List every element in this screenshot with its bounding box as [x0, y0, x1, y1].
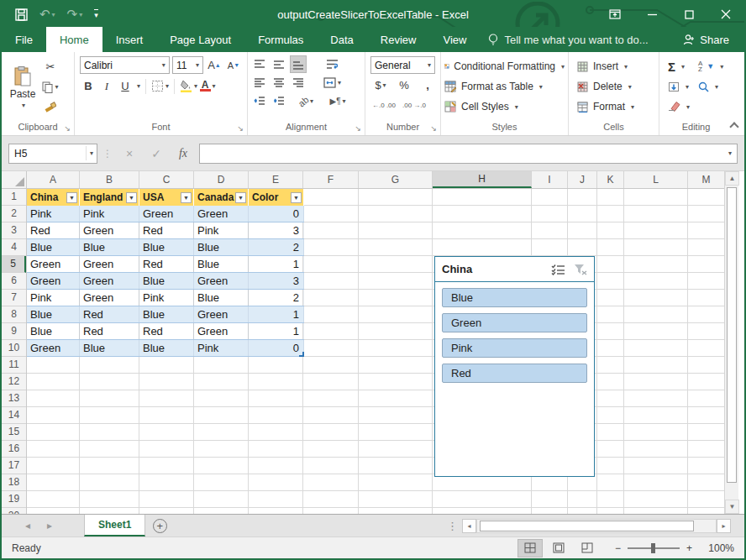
tab-scrollbar-splitter[interactable]: ⋮: [447, 515, 458, 536]
name-box-dropdown[interactable]: ▾: [86, 146, 97, 160]
comma-format-button[interactable]: ,: [419, 76, 436, 94]
center-button[interactable]: [271, 74, 287, 92]
tab-view[interactable]: View: [429, 27, 480, 52]
table-header-china[interactable]: China▼: [27, 189, 80, 206]
minimize-button[interactable]: [633, 2, 670, 27]
filter-dropdown-icon[interactable]: ▼: [126, 192, 137, 203]
row-header-18[interactable]: 18: [2, 474, 26, 491]
zoom-slider-thumb[interactable]: [651, 543, 655, 553]
page-layout-view-button[interactable]: [546, 539, 571, 557]
increase-decimal-button[interactable]: ←.0 .00: [372, 97, 396, 114]
close-button[interactable]: [707, 2, 744, 27]
font-size-combo[interactable]: 11▾: [172, 56, 203, 74]
clear-filter-icon[interactable]: [574, 264, 587, 275]
col-header-m[interactable]: M: [688, 171, 724, 188]
row-header-7[interactable]: 7: [2, 290, 26, 306]
font-dialog-launcher[interactable]: ↘: [237, 123, 244, 135]
filter-dropdown-icon[interactable]: ▼: [291, 192, 302, 203]
select-all-corner[interactable]: [2, 171, 27, 188]
decrease-decimal-button[interactable]: .00 →.0: [402, 97, 426, 114]
orientation-button[interactable]: ab▾: [297, 92, 314, 110]
copy-button[interactable]: ▾: [42, 78, 59, 96]
increase-indent-button[interactable]: [271, 92, 287, 110]
format-as-table-button[interactable]: Format as Table▾: [444, 77, 565, 96]
col-header-j[interactable]: J: [568, 171, 597, 188]
slicer-item-blue[interactable]: Blue: [442, 288, 587, 307]
tab-insert[interactable]: Insert: [102, 27, 157, 52]
merge-center-button[interactable]: ▾: [323, 74, 341, 92]
clipboard-dialog-launcher[interactable]: ↘: [64, 123, 71, 135]
currency-format-button[interactable]: $▾: [372, 76, 389, 94]
row-header-2[interactable]: 2: [2, 206, 26, 222]
col-header-g[interactable]: G: [359, 171, 433, 188]
name-box[interactable]: H5▾: [8, 144, 97, 164]
row-header-11[interactable]: 11: [2, 357, 26, 374]
row-header-1[interactable]: 1: [2, 189, 26, 206]
underline-button[interactable]: U: [117, 77, 134, 95]
maximize-button[interactable]: [670, 2, 707, 27]
tell-me-box[interactable]: Tell me what you want to do...: [480, 27, 656, 52]
row-header-5-selected[interactable]: 5: [2, 256, 26, 273]
cut-button[interactable]: ✂: [42, 58, 59, 76]
slicer-header[interactable]: China: [435, 257, 594, 282]
decrease-indent-button[interactable]: [251, 92, 268, 110]
new-sheet-button[interactable]: +: [145, 515, 174, 536]
format-cells-button[interactable]: Format▾: [577, 97, 655, 116]
wrap-text-button[interactable]: [323, 55, 340, 73]
col-header-a[interactable]: A: [27, 171, 80, 188]
row-header-16[interactable]: 16: [2, 441, 26, 458]
share-button[interactable]: Share: [668, 27, 744, 52]
row-header-4[interactable]: 4: [2, 239, 26, 256]
enter-entry-button[interactable]: ✓: [145, 147, 167, 160]
zoom-out-button[interactable]: −: [615, 542, 621, 554]
col-header-e[interactable]: E: [249, 171, 303, 188]
sort-filter-button[interactable]: AZ▼▾: [698, 57, 723, 76]
customize-qat-button[interactable]: ▾: [94, 9, 98, 19]
fill-color-button[interactable]: ▾: [180, 77, 197, 95]
vertical-scrollbar[interactable]: ▲ ▼: [724, 171, 738, 514]
table-row[interactable]: RedGreenRedPink3: [27, 222, 304, 239]
bottom-align-button[interactable]: [290, 55, 307, 73]
sheet-tab-sheet1[interactable]: Sheet1: [84, 515, 145, 536]
next-sheet-arrow[interactable]: ▸: [39, 515, 60, 536]
row-header-13[interactable]: 13: [2, 390, 26, 407]
row-header-15[interactable]: 15: [2, 424, 26, 441]
underline-dropdown[interactable]: ▾: [137, 82, 140, 90]
prev-sheet-arrow[interactable]: ◂: [17, 515, 39, 536]
tab-review[interactable]: Review: [367, 27, 430, 52]
cancel-entry-button[interactable]: ×: [118, 147, 140, 160]
delete-cells-button[interactable]: Delete▾: [577, 77, 655, 96]
scroll-down-arrow[interactable]: ▼: [725, 500, 739, 514]
paste-button[interactable]: Paste ▾: [3, 55, 42, 121]
col-header-f[interactable]: F: [303, 171, 359, 188]
redo-button[interactable]: ↷▾: [67, 7, 83, 22]
row-header-10[interactable]: 10: [2, 340, 26, 357]
filter-dropdown-icon[interactable]: ▼: [66, 192, 77, 203]
filter-dropdown-icon[interactable]: ▼: [235, 192, 246, 203]
number-dialog-launcher[interactable]: ↘: [430, 123, 437, 135]
table-resize-handle[interactable]: [299, 352, 304, 357]
row-header-9[interactable]: 9: [2, 323, 26, 340]
fill-button[interactable]: ▾: [668, 77, 690, 96]
align-left-button[interactable]: [251, 74, 268, 92]
col-header-l[interactable]: L: [624, 171, 688, 188]
scroll-up-arrow[interactable]: ▲: [725, 171, 739, 186]
slicer-item-pink[interactable]: Pink: [442, 338, 587, 358]
ribbon-display-options-button[interactable]: [596, 2, 633, 27]
tab-data[interactable]: Data: [317, 27, 366, 52]
font-color-button[interactable]: A ▾: [199, 77, 216, 95]
table-header-usa[interactable]: USA▼: [139, 189, 194, 206]
number-format-combo[interactable]: General▾: [370, 56, 435, 74]
cell-styles-button[interactable]: Cell Styles▾: [444, 97, 565, 116]
scroll-right-arrow[interactable]: ▸: [717, 519, 731, 533]
alignment-dialog-launcher[interactable]: ↘: [355, 123, 361, 135]
normal-view-button[interactable]: [517, 539, 543, 557]
col-header-d[interactable]: D: [194, 171, 249, 188]
col-header-k[interactable]: K: [597, 171, 624, 188]
tab-file[interactable]: File: [2, 27, 46, 52]
table-header-canada[interactable]: Canada▼: [194, 189, 249, 206]
table-header-england[interactable]: England▼: [80, 189, 139, 206]
table-row[interactable]: PinkPinkGreenGreen0: [27, 206, 304, 222]
table-row[interactable]: BlueBlueBlueBlue2: [27, 239, 304, 256]
conditional-formatting-button[interactable]: Conditional Formatting▾: [444, 57, 565, 76]
